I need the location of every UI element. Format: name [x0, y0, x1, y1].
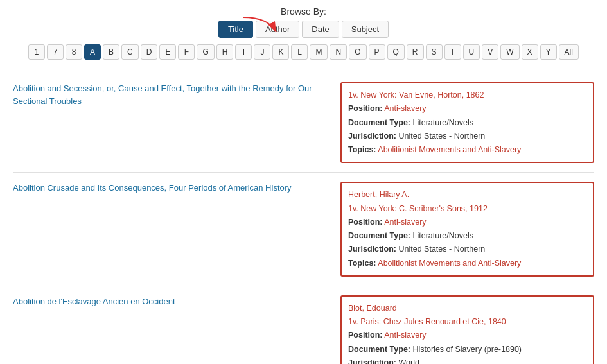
alpha-btn-u[interactable]: U	[463, 44, 480, 60]
arrow-container	[236, 14, 281, 37]
detail-author: Biot, Edouard	[348, 302, 586, 315]
position-link[interactable]: Anti-slavery	[384, 331, 426, 340]
alpha-btn-k[interactable]: K	[272, 44, 289, 60]
topics-link[interactable]: Abolitionist Movements and Anti-Slavery	[378, 145, 521, 154]
result-title-col: Abolition Crusade and Its Consequences, …	[13, 182, 328, 195]
alpha-btn-h[interactable]: H	[216, 44, 234, 60]
detail-position: Position: Anti-slavery	[348, 216, 586, 229]
subject-button[interactable]: Subject	[342, 21, 389, 38]
alpha-btn-n[interactable]: N	[330, 44, 347, 60]
result-title-col: Abolition and Secession, or, Cause and E…	[13, 82, 328, 107]
alpha-btn-r[interactable]: R	[407, 44, 424, 60]
alpha-btn-m[interactable]: M	[310, 44, 328, 60]
arrow-icon	[236, 14, 281, 37]
alpha-btn-1[interactable]: 1	[28, 44, 45, 60]
table-row: Abolition de l'Esclavage Ancien en Occid…	[13, 286, 594, 364]
result-title-link[interactable]: Abolition Crusade and Its Consequences, …	[13, 183, 292, 193]
alpha-btn-a[interactable]: A	[84, 44, 101, 60]
alpha-btn-w[interactable]: W	[500, 44, 519, 60]
browse-by-section: Browse By: Title Author Date Subject	[13, 6, 594, 38]
result-details-box: Biot, Edouard1v. Paris: Chez Jules Renou…	[340, 295, 594, 364]
detail-doctype: Document Type: Literature/Novels	[348, 229, 586, 243]
result-title-link[interactable]: Abolition de l'Esclavage Ancien en Occid…	[13, 297, 175, 306]
detail-pub: 1v. Paris: Chez Jules Renouard et Cie, 1…	[348, 315, 586, 329]
topics-link[interactable]: Abolitionist Movements and Anti-Slavery	[378, 259, 521, 268]
detail-author: Herbert, Hilary A.	[348, 188, 586, 202]
alpha-btn-e[interactable]: E	[159, 44, 176, 60]
alpha-btn-b[interactable]: B	[103, 44, 119, 60]
detail-jurisdiction: Jurisdiction: United States - Northern	[348, 243, 586, 256]
result-details-box: 1v. New York: Van Evrie, Horton, 1862Pos…	[340, 82, 594, 163]
alpha-btn-all[interactable]: All	[559, 44, 579, 60]
position-link[interactable]: Anti-slavery	[384, 104, 426, 113]
position-link[interactable]: Anti-slavery	[384, 218, 426, 227]
alphabet-section: 178ABCDEFGHIJKLMNOPQRSTUVWXYAll	[13, 44, 594, 60]
result-details-box: Herbert, Hilary A.1v. New York: C. Scrib…	[340, 182, 594, 277]
result-title-col: Abolition de l'Esclavage Ancien en Occid…	[13, 295, 328, 308]
detail-position: Position: Anti-slavery	[348, 329, 586, 342]
detail-pub: 1v. New York: Van Evrie, Horton, 1862	[348, 89, 586, 102]
detail-doctype: Document Type: Histories of Slavery (pre…	[348, 343, 586, 356]
alpha-btn-j[interactable]: J	[254, 44, 270, 60]
alpha-btn-8[interactable]: 8	[66, 44, 82, 60]
detail-position: Position: Anti-slavery	[348, 102, 586, 116]
table-row: Abolition Crusade and Its Consequences, …	[13, 173, 594, 286]
alpha-btn-o[interactable]: O	[349, 44, 366, 60]
alpha-btn-v[interactable]: V	[482, 44, 498, 60]
alpha-btn-i[interactable]: I	[235, 44, 252, 60]
alpha-btn-g[interactable]: G	[197, 44, 214, 60]
alpha-btn-c[interactable]: C	[121, 44, 139, 60]
alpha-btn-7[interactable]: 7	[47, 44, 64, 60]
browse-buttons: Title Author Date Subject	[13, 21, 594, 38]
detail-topics: Topics: Abolitionist Movements and Anti-…	[348, 143, 586, 157]
detail-jurisdiction: Jurisdiction: World	[348, 356, 586, 364]
table-row: Abolition and Secession, or, Cause and E…	[13, 73, 594, 173]
browse-by-label: Browse By:	[13, 6, 594, 17]
divider	[13, 69, 594, 69]
alpha-btn-q[interactable]: Q	[387, 44, 405, 60]
detail-jurisdiction: Jurisdiction: United States - Northern	[348, 130, 586, 143]
alpha-btn-t[interactable]: T	[444, 44, 461, 60]
alpha-btn-l[interactable]: L	[291, 44, 308, 60]
date-button[interactable]: Date	[302, 21, 339, 38]
detail-topics: Topics: Abolitionist Movements and Anti-…	[348, 257, 586, 270]
detail-pub: 1v. New York: C. Scribner's Sons, 1912	[348, 202, 586, 216]
alpha-btn-f[interactable]: F	[178, 44, 195, 60]
alpha-btn-s[interactable]: S	[426, 44, 443, 60]
alpha-btn-y[interactable]: Y	[540, 44, 557, 60]
detail-doctype: Document Type: Literature/Novels	[348, 116, 586, 130]
alpha-btn-p[interactable]: P	[369, 44, 385, 60]
result-title-link[interactable]: Abolition and Secession, or, Cause and E…	[13, 83, 312, 106]
results-container: Abolition and Secession, or, Cause and E…	[13, 73, 594, 364]
alpha-btn-x[interactable]: X	[522, 44, 538, 60]
alpha-btn-d[interactable]: D	[141, 44, 158, 60]
